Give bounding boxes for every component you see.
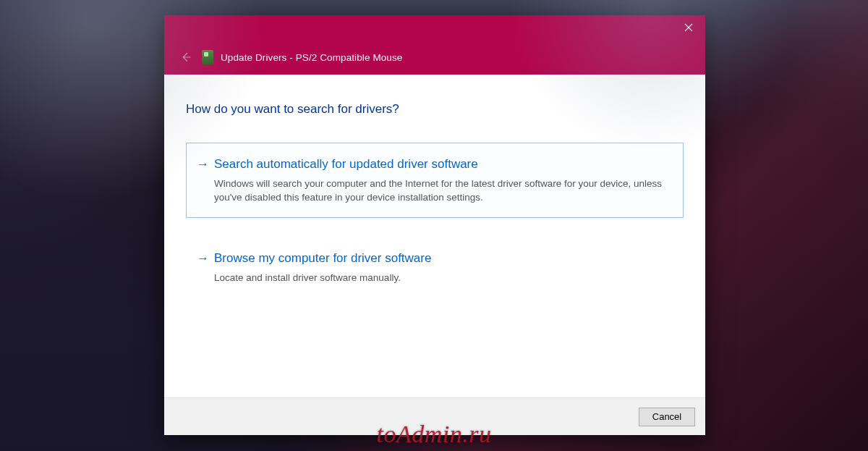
update-drivers-dialog: Update Drivers - PS/2 Compatible Mouse H…: [164, 15, 705, 435]
close-icon: [684, 23, 693, 32]
close-button[interactable]: [672, 15, 705, 40]
arrow-right-icon: →: [197, 250, 214, 266]
titlebar: [164, 15, 705, 40]
option-title: Browse my computer for driver software: [214, 250, 670, 266]
cancel-button[interactable]: Cancel: [639, 408, 695, 426]
dialog-body: How do you want to search for drivers? →…: [164, 75, 705, 397]
device-icon: [202, 50, 213, 64]
option-title: Search automatically for updated driver …: [214, 156, 670, 172]
option-description: Windows will search your computer and th…: [214, 177, 670, 204]
back-button: [176, 47, 196, 67]
option-description: Locate and install driver software manua…: [214, 271, 670, 284]
dialog-title: Update Drivers - PS/2 Compatible Mouse: [221, 52, 402, 63]
option-search-automatically[interactable]: → Search automatically for updated drive…: [186, 143, 684, 218]
desktop-background: Update Drivers - PS/2 Compatible Mouse H…: [0, 0, 868, 451]
back-arrow-icon: [179, 51, 192, 64]
dialog-footer: Cancel: [164, 397, 705, 435]
option-texts: Search automatically for updated driver …: [214, 156, 670, 204]
dialog-header: Update Drivers - PS/2 Compatible Mouse: [164, 40, 705, 75]
arrow-right-icon: →: [197, 156, 214, 172]
option-texts: Browse my computer for driver software L…: [214, 250, 670, 284]
heading-text: How do you want to search for drivers?: [186, 102, 684, 117]
option-browse-computer[interactable]: → Browse my computer for driver software…: [186, 237, 684, 298]
